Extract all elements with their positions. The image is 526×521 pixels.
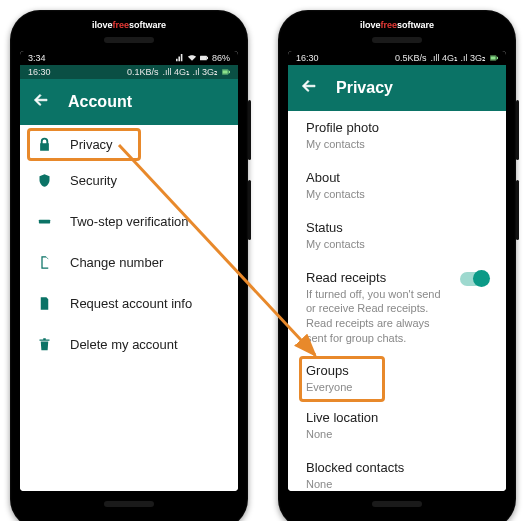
row-read-receipts[interactable]: Read receipts If turned off, you won't s… xyxy=(288,261,506,355)
brand-text: ilovefreesoftware xyxy=(20,20,238,33)
status-bar-bottom: 16:30 0.1KB/s .ıll 4G₁ .ıl 3G₂ xyxy=(20,65,238,79)
status-bar: 16:30 0.5KB/s .ıll 4G₁ .ıl 3G₂ xyxy=(288,51,506,65)
row-sub: None xyxy=(306,427,488,442)
back-button[interactable] xyxy=(32,91,50,113)
brand-text: ilovefreesoftware xyxy=(288,20,506,33)
svg-rect-7 xyxy=(491,56,496,59)
app-header: Account xyxy=(20,79,238,125)
status-icons-2: 0.1KB/s .ıll 4G₁ .ıl 3G₂ xyxy=(127,67,230,77)
row-label: Blocked contacts xyxy=(306,460,488,475)
row-sub: Everyone xyxy=(306,380,378,395)
row-sub: My contacts xyxy=(306,137,488,152)
row-label: Profile photo xyxy=(306,120,488,135)
menu-label: Two-step verification xyxy=(70,214,189,229)
page-title: Account xyxy=(68,93,132,111)
row-sub: None xyxy=(306,477,488,491)
clock: 3:34 xyxy=(28,53,46,63)
menu-item-change-number[interactable]: Change number xyxy=(20,242,238,283)
row-about[interactable]: About My contacts xyxy=(288,161,506,211)
row-sub: My contacts xyxy=(306,187,488,202)
wifi-icon xyxy=(188,54,196,62)
clock2: 16:30 xyxy=(28,67,51,77)
svg-rect-1 xyxy=(207,57,208,59)
menu-item-request-info[interactable]: Request account info xyxy=(20,283,238,324)
menu-label: Privacy xyxy=(70,137,113,152)
back-button[interactable] xyxy=(300,77,318,99)
status-icons: 86% xyxy=(176,53,230,63)
read-receipts-toggle[interactable] xyxy=(460,272,488,286)
screen-left: 3:34 86% 16:30 0.1KB/s .ıll 4G₁ .ıl 3G₂ xyxy=(20,51,238,491)
pin-icon xyxy=(36,214,52,229)
row-label: Status xyxy=(306,220,488,235)
row-sub: My contacts xyxy=(306,237,488,252)
battery-icon xyxy=(490,54,498,62)
app-header: Privacy xyxy=(288,65,506,111)
row-groups[interactable]: Groups Everyone xyxy=(300,357,384,401)
screen-right: 16:30 0.5KB/s .ıll 4G₁ .ıl 3G₂ Privacy P… xyxy=(288,51,506,491)
svg-rect-4 xyxy=(229,71,230,73)
cell-signal: .ıll 4G₁ .ıl 3G₂ xyxy=(162,67,218,77)
net-speed: 0.5KB/s xyxy=(395,53,427,63)
phone-speaker xyxy=(104,37,154,43)
privacy-list: Profile photo My contacts About My conta… xyxy=(288,111,506,491)
menu-item-delete-account[interactable]: Delete my account xyxy=(20,324,238,365)
svg-rect-5 xyxy=(38,220,49,224)
phone-right: ilovefreesoftware 16:30 0.5KB/s .ıll 4G₁… xyxy=(278,10,516,521)
account-menu: Privacy Security Two-step verification C… xyxy=(20,125,238,491)
clock2: 16:30 xyxy=(296,53,319,63)
row-status[interactable]: Status My contacts xyxy=(288,211,506,261)
battery-icon xyxy=(222,68,230,76)
net-speed: 0.1KB/s xyxy=(127,67,159,77)
row-label: Read receipts xyxy=(306,270,452,285)
signal-icon xyxy=(176,54,184,62)
page-title: Privacy xyxy=(336,79,393,97)
menu-label: Change number xyxy=(70,255,163,270)
sim-icon xyxy=(36,255,52,270)
row-profile-photo[interactable]: Profile photo My contacts xyxy=(288,111,506,161)
phone-left: ilovefreesoftware 3:34 86% 16:30 0.1KB/s… xyxy=(10,10,248,521)
lock-icon xyxy=(36,137,52,152)
row-blocked-contacts[interactable]: Blocked contacts None xyxy=(288,451,506,491)
cell-signal: .ıll 4G₁ .ıl 3G₂ xyxy=(430,53,486,63)
menu-item-two-step[interactable]: Two-step verification xyxy=(20,201,238,242)
arrow-left-icon xyxy=(32,91,50,109)
phone-speaker-bottom xyxy=(104,501,154,507)
row-live-location[interactable]: Live location None xyxy=(288,401,506,451)
shield-icon xyxy=(36,173,52,188)
row-label: Live location xyxy=(306,410,488,425)
battery-icon xyxy=(200,54,208,62)
menu-label: Delete my account xyxy=(70,337,178,352)
trash-icon xyxy=(36,337,52,352)
menu-item-privacy[interactable]: Privacy xyxy=(28,129,140,160)
row-sub: If turned off, you won't send or receive… xyxy=(306,287,452,346)
svg-rect-8 xyxy=(497,57,498,59)
status-icons: 0.5KB/s .ıll 4G₁ .ıl 3G₂ xyxy=(395,53,498,63)
row-label: Groups xyxy=(306,363,378,378)
battery-pct: 86% xyxy=(212,53,230,63)
status-bar-top: 3:34 86% xyxy=(20,51,238,65)
menu-label: Request account info xyxy=(70,296,192,311)
phone-speaker-bottom xyxy=(372,501,422,507)
svg-rect-3 xyxy=(223,70,228,73)
menu-label: Security xyxy=(70,173,117,188)
document-icon xyxy=(36,296,52,311)
row-label: About xyxy=(306,170,488,185)
svg-rect-0 xyxy=(200,56,207,61)
arrow-left-icon xyxy=(300,77,318,95)
phone-speaker xyxy=(372,37,422,43)
menu-item-security[interactable]: Security xyxy=(20,160,238,201)
